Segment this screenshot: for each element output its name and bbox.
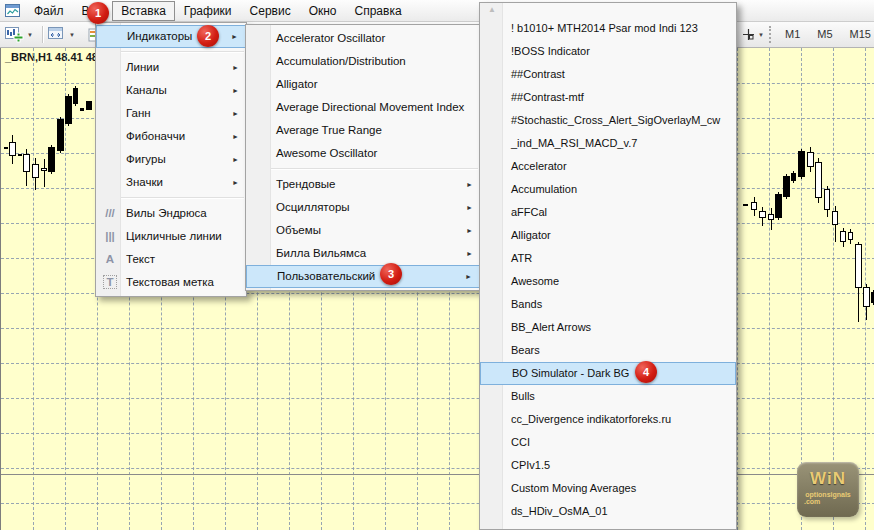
candle-body [18, 154, 22, 156]
timeframe-button-m5[interactable]: M5 [812, 25, 837, 43]
menu-item[interactable]: BO Simulator - Dark BG [480, 362, 736, 385]
menu-item-label: Объемы [276, 224, 321, 236]
menu-item[interactable]: Accumulation [480, 178, 736, 201]
candle-body [23, 154, 30, 172]
candle-body [80, 108, 84, 111]
timeframe-toolbar: M1M5M15M30 [780, 25, 874, 43]
submenu-arrow-icon: ► [466, 196, 473, 219]
menu-item[interactable]: ##Contrast-mtf [480, 86, 736, 109]
menu-item[interactable]: Фигуры► [96, 148, 246, 171]
candle-body [48, 147, 55, 172]
menu-item[interactable]: Билла Вильямса► [246, 242, 480, 265]
timeframe-button-m1[interactable]: M1 [780, 25, 805, 43]
menu-item[interactable]: Signal Bars [480, 523, 736, 530]
gridline [1, 433, 874, 434]
menu-item[interactable]: Accumulation/Distribution [246, 50, 480, 73]
menu-item[interactable]: Объемы► [246, 219, 480, 242]
watermark-subtitle: optionsignals [797, 491, 859, 498]
candle-body [832, 211, 838, 225]
menu-item-label: Текст [126, 253, 155, 265]
menu-item-label: aFFCal [511, 206, 547, 218]
candle-body [759, 211, 766, 218]
menu-item[interactable]: Трендовые► [246, 173, 480, 196]
menu-item[interactable]: Линии► [96, 56, 246, 79]
menu-item[interactable]: ##Contrast [480, 63, 736, 86]
menu-item[interactable]: Average Directional Movement Index [246, 96, 480, 119]
menu-item[interactable]: Каналы► [96, 79, 246, 102]
submenu-arrow-icon: ► [466, 219, 473, 242]
menu-item[interactable]: Awesome Oscillator [246, 142, 480, 165]
menubar-item[interactable]: Файл [25, 1, 73, 21]
candle-body [807, 152, 814, 167]
candle-body [791, 173, 796, 181]
menu-item[interactable]: aFFCal [480, 201, 736, 224]
menu-item[interactable]: _ind_MA_RSI_MACD_v.7 [480, 132, 736, 155]
menu-item[interactable]: ///Вилы Эндрюса [96, 202, 246, 225]
chevron-down-icon[interactable]: ▼ [27, 32, 33, 38]
menu-item[interactable]: Bulls [480, 385, 736, 408]
toolbar-grip[interactable] [769, 26, 774, 43]
menu-bar: ФайлВидВставкаГрафикиСервисОкноСправка [0, 0, 874, 22]
submenu-arrow-icon: ► [466, 173, 473, 196]
candle-body [855, 244, 862, 288]
timeframe-button-m15[interactable]: M15 [845, 25, 874, 43]
menu-item[interactable]: Ганн► [96, 102, 246, 125]
menu-item[interactable]: ! b1010+ MTH2014 Psar mod Indi 123 [480, 17, 736, 40]
candle-body [743, 204, 748, 206]
cycle-lines-icon: ||| [100, 225, 120, 248]
menu-item[interactable]: Awesome [480, 270, 736, 293]
mt4-window: { "menubar": { "items": ["Файл", "Вид", … [0, 0, 874, 530]
chart-window-icon [5, 4, 21, 18]
menu-item[interactable]: !BOSS Indicator [480, 40, 736, 63]
menu-item[interactable]: CPIv1.5 [480, 454, 736, 477]
menu-item[interactable]: Фибоначчи► [96, 125, 246, 148]
menu-item[interactable]: ds_HDiv_OsMA_01 [480, 500, 736, 523]
menu-item[interactable]: ATR [480, 247, 736, 270]
menu-item[interactable]: Bears [480, 339, 736, 362]
candle-body [73, 88, 78, 104]
menu-item[interactable]: Accelerator [480, 155, 736, 178]
subwindow-separator[interactable] [1, 474, 874, 475]
watermark-title: WiN [797, 469, 859, 489]
menu-item[interactable]: BB_Alert Arrows [480, 316, 736, 339]
menubar-item[interactable]: Окно [300, 1, 346, 21]
menu-item[interactable]: |||Цикличные линии [96, 225, 246, 248]
menu-item[interactable]: Пользовательский► [246, 265, 480, 288]
scroll-up-icon[interactable]: ▲ [488, 5, 496, 14]
crosshair-button[interactable]: ▼ [742, 25, 764, 44]
step-badge-4: 4 [635, 361, 657, 383]
submenu-arrow-icon: ► [232, 102, 239, 125]
menubar-item[interactable]: Справка [346, 1, 411, 21]
menu-separator [248, 168, 478, 170]
menu-item[interactable]: Average True Range [246, 119, 480, 142]
gridline [833, 48, 834, 530]
menu-item[interactable]: TТекстовая метка [96, 271, 246, 294]
menu-item-label: CPIv1.5 [511, 459, 550, 471]
menu-item[interactable]: AТекст [96, 248, 246, 271]
menu-item[interactable]: Alligator [480, 224, 736, 247]
menu-item[interactable]: Осцилляторы► [246, 196, 480, 219]
candle-body [86, 101, 92, 110]
menu-item-label: Accelerator Oscillator [276, 32, 385, 44]
menubar-item[interactable]: Графики [175, 1, 241, 21]
menu-item[interactable]: #Stochastic_Cross_Alert_SigOverlayM_cw [480, 109, 736, 132]
chevron-down-icon[interactable]: ▼ [69, 32, 75, 38]
menu-item[interactable]: Alligator [246, 73, 480, 96]
profiles-button[interactable]: ▼ [47, 25, 75, 44]
candle-body [57, 119, 64, 151]
menu-item[interactable]: Значки► [96, 171, 246, 194]
menu-item[interactable]: Custom Moving Averages [480, 477, 736, 500]
menu-item[interactable]: Accelerator Oscillator [246, 27, 480, 50]
menu-item[interactable]: Индикаторы► [96, 25, 246, 48]
menu-item[interactable]: CCI [480, 431, 736, 454]
menu-item-label: Accelerator [511, 160, 567, 172]
menubar-item[interactable]: Сервис [241, 1, 300, 21]
chevron-down-icon[interactable]: ▼ [758, 32, 764, 38]
submenu-arrow-icon: ► [232, 56, 239, 79]
menu-item-label: Фибоначчи [126, 130, 185, 142]
menubar-item[interactable]: Вставка [112, 1, 175, 21]
menu-item-label: BB_Alert Arrows [511, 321, 591, 333]
new-chart-button[interactable]: ▼ [5, 25, 33, 44]
menu-item[interactable]: cc_Divergence indikatorforeks.ru [480, 408, 736, 431]
menu-item[interactable]: Bands [480, 293, 736, 316]
